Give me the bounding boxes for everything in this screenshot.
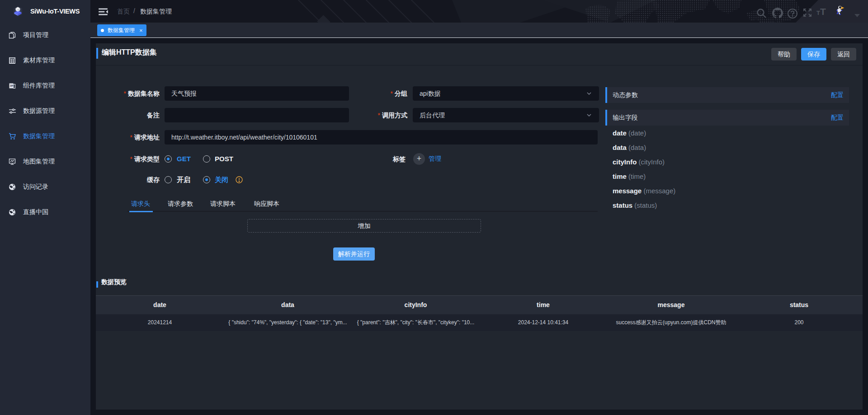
- svg-text:ZIP: ZIP: [10, 85, 13, 87]
